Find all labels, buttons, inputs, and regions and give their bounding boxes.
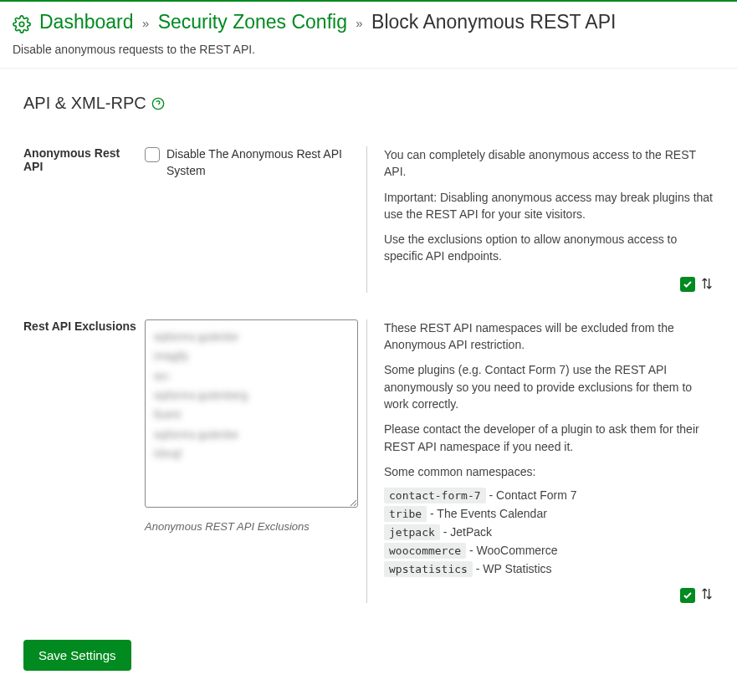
desc-text: Important: Disabling anonymous access ma… bbox=[384, 189, 714, 223]
check-badge-icon[interactable] bbox=[680, 277, 695, 292]
gear-icon bbox=[13, 15, 31, 36]
namespace-item: tribe - The Events Calendar bbox=[384, 507, 714, 520]
namespace-item: jetpack - JetPack bbox=[384, 525, 714, 539]
desc-text: Use the exclusions option to allow anony… bbox=[384, 231, 714, 265]
sort-icon[interactable] bbox=[700, 587, 714, 603]
sort-icon[interactable] bbox=[700, 277, 714, 293]
breadcrumb-dashboard[interactable]: Dashboard bbox=[39, 11, 134, 33]
save-button[interactable]: Save Settings bbox=[23, 640, 131, 671]
desc-text: Some plugins (e.g. Contact Form 7) use t… bbox=[384, 361, 714, 412]
desc-text: Please contact the developer of a plugin… bbox=[384, 421, 714, 455]
disable-anonymous-checkbox[interactable] bbox=[145, 147, 160, 162]
page-subtitle: Disable anonymous requests to the REST A… bbox=[13, 43, 724, 56]
breadcrumb: Dashboard » Security Zones Config » Bloc… bbox=[39, 10, 616, 35]
textarea-caption: Anonymous REST API Exclusions bbox=[145, 520, 345, 533]
desc-text: You can completely disable anonymous acc… bbox=[384, 146, 714, 181]
section-title: API & XML-RPC bbox=[23, 94, 714, 113]
option-label-anonymous-rest-api: Anonymous Rest API bbox=[23, 146, 145, 293]
check-badge-icon[interactable] bbox=[680, 588, 695, 603]
option-label-rest-api-exclusions: Rest API Exclusions bbox=[23, 319, 145, 603]
help-icon[interactable] bbox=[151, 97, 165, 110]
breadcrumb-current: Block Anonymous REST API bbox=[371, 11, 616, 33]
desc-text: These REST API namespaces will be exclud… bbox=[384, 319, 714, 354]
namespace-item: contact-form-7 - Contact Form 7 bbox=[384, 488, 714, 502]
breadcrumb-zones[interactable]: Security Zones Config bbox=[158, 11, 347, 33]
desc-text: Some common namespaces: bbox=[384, 463, 714, 480]
namespace-item: wpstatistics - WP Statistics bbox=[384, 562, 714, 575]
svg-point-0 bbox=[19, 22, 24, 27]
disable-anonymous-checkbox-label: Disable The Anonymous Rest API System bbox=[166, 146, 345, 179]
exclusions-textarea[interactable] bbox=[145, 319, 358, 508]
namespace-item: woocommerce - WooCommerce bbox=[384, 544, 714, 557]
